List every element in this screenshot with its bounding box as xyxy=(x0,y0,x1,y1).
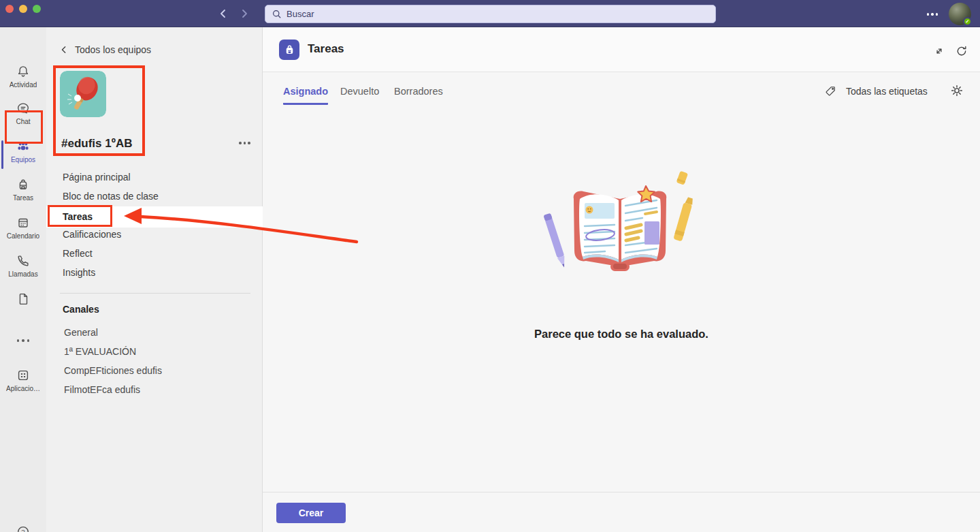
team-name: #edufis 1ºAB xyxy=(61,137,132,151)
tags-filter-label: Todas las etiquetas xyxy=(846,86,928,97)
channel-general[interactable]: General xyxy=(64,327,98,338)
main-content: Tareas Asignado Devuelto Borradores Toda… xyxy=(263,27,980,532)
app-rail: Actividad Chat Equipos Tareas Calendario… xyxy=(0,27,46,532)
create-button[interactable]: Crear xyxy=(276,503,346,523)
chat-icon xyxy=(16,101,31,116)
rail-item-ayuda[interactable]: ? Ayuda xyxy=(0,525,46,532)
tag-icon xyxy=(825,85,836,97)
calendar-icon xyxy=(16,215,31,230)
settings-gear-icon[interactable] xyxy=(950,84,964,97)
rail-label: Chat xyxy=(16,118,30,125)
back-label: Todos los equipos xyxy=(75,44,151,55)
search-icon xyxy=(272,9,282,19)
rail-item-actividad[interactable]: Actividad xyxy=(0,64,46,89)
chevron-left-icon xyxy=(60,46,68,54)
menu-item-pagina-principal[interactable]: Página principal xyxy=(63,172,131,183)
rail-item-llamadas[interactable]: Llamadas xyxy=(0,253,46,278)
rail-item-tareas[interactable]: Tareas xyxy=(0,177,46,202)
rail-item-calendario[interactable]: Calendario xyxy=(0,215,46,240)
menu-item-calificaciones[interactable]: Calificaciones xyxy=(63,229,121,240)
refresh-icon[interactable] xyxy=(956,45,968,57)
ellipsis-icon xyxy=(17,339,30,342)
channel-1a-evaluacion[interactable]: 1ª EVALUACIÓN xyxy=(64,346,136,357)
bell-icon xyxy=(16,64,31,79)
file-icon xyxy=(16,292,31,307)
footer-bar: Crear xyxy=(263,492,980,532)
rail-label: Aplicacio… xyxy=(6,385,40,392)
online-status-badge: ✓ xyxy=(963,17,972,26)
team-avatar[interactable] xyxy=(60,71,106,117)
menu-item-insights[interactable]: Insights xyxy=(63,267,95,278)
menu-item-reflect[interactable]: Reflect xyxy=(63,248,93,259)
phone-icon xyxy=(16,253,31,268)
menu-item-tareas[interactable]: Tareas xyxy=(63,211,93,222)
expand-icon[interactable] xyxy=(933,45,945,57)
title-bar: ✓ xyxy=(0,0,980,27)
rail-label: Equipos xyxy=(11,156,35,163)
search-bar[interactable] xyxy=(265,5,716,23)
channel-compefticiones[interactable]: CompEFticiones edufis xyxy=(64,365,162,376)
team-panel: Todos los equipos #edufis 1ºAB Página pr… xyxy=(46,27,263,532)
back-chevron-icon[interactable] xyxy=(217,7,229,20)
empty-state-message: Parece que todo se ha evaluado. xyxy=(263,328,980,341)
apps-grid-icon xyxy=(16,368,31,383)
panel-divider xyxy=(60,293,250,294)
backpack-icon xyxy=(16,177,31,192)
tab-borradores[interactable]: Borradores xyxy=(394,86,443,103)
search-input[interactable] xyxy=(287,9,686,19)
empty-state-illustration xyxy=(263,163,980,293)
menu-item-bloc-de-notas[interactable]: Bloc de notas de clase xyxy=(63,191,159,202)
people-icon xyxy=(16,139,31,154)
ping-pong-avatar-image xyxy=(60,71,106,117)
tags-filter-button[interactable]: Todas las etiquetas xyxy=(825,85,928,97)
rail-more-apps-icon[interactable] xyxy=(0,339,46,342)
rail-label: Tareas xyxy=(13,194,33,202)
rail-label: Actividad xyxy=(10,81,37,89)
page-title: Tareas xyxy=(308,42,344,56)
user-avatar[interactable]: ✓ xyxy=(949,3,971,25)
rail-item-chat[interactable]: Chat xyxy=(0,101,46,125)
tab-devuelto[interactable]: Devuelto xyxy=(340,86,379,103)
rail-item-aplicaciones[interactable]: Aplicacio… xyxy=(0,368,46,392)
rail-label: Calendario xyxy=(7,232,39,240)
more-options-icon[interactable] xyxy=(927,13,938,16)
rail-item-equipos[interactable]: Equipos xyxy=(0,139,46,163)
svg-text:?: ? xyxy=(21,528,24,532)
forward-chevron-icon[interactable] xyxy=(238,7,250,20)
back-to-all-teams-button[interactable]: Todos los equipos xyxy=(60,44,151,55)
rail-label: Llamadas xyxy=(8,270,37,278)
macos-minimize-button[interactable] xyxy=(19,5,27,13)
channels-header: Canales xyxy=(63,304,99,315)
tab-asignado[interactable]: Asignado xyxy=(283,86,328,105)
tab-app-header: Tareas xyxy=(263,27,980,72)
team-more-options-icon[interactable] xyxy=(239,142,250,144)
tareas-app-icon xyxy=(279,40,299,60)
tabs-row: Asignado Devuelto Borradores Todas las e… xyxy=(263,72,980,112)
macos-zoom-button[interactable] xyxy=(33,5,41,13)
channel-filmotefca[interactable]: FilmotEFca edufis xyxy=(64,384,140,395)
rail-item-archivos[interactable] xyxy=(0,292,46,309)
macos-close-button[interactable] xyxy=(5,5,14,13)
help-icon: ? xyxy=(16,525,31,532)
